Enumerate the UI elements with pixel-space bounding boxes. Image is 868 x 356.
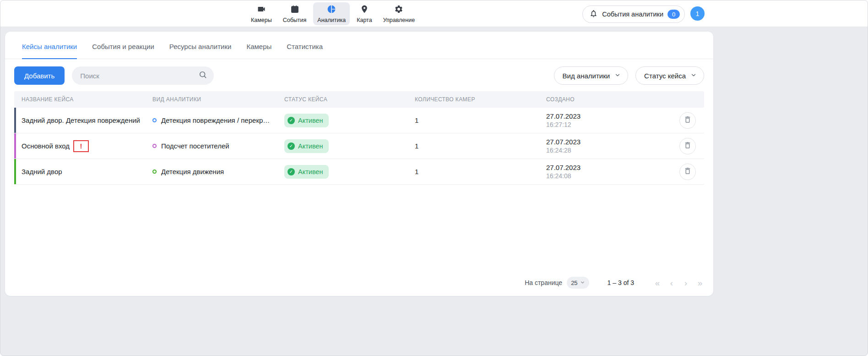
analytics-type-icon — [152, 170, 157, 174]
nav-label: Карта — [357, 17, 372, 23]
chevron-down-icon — [690, 72, 697, 80]
per-page-label: На странице — [525, 279, 562, 286]
chevron-down-icon — [580, 279, 585, 286]
delete-button[interactable] — [679, 112, 696, 129]
cameras-count: 1 — [415, 116, 418, 124]
status-label: Активен — [298, 168, 323, 175]
created-cell: 27.07.2023 16:24:28 — [539, 138, 677, 154]
analytics-events-label: События аналитики — [602, 11, 663, 18]
created-date: 27.07.2023 — [546, 138, 580, 146]
table-row[interactable]: Задний двор Детекция движения ✓ Активен … — [14, 159, 704, 185]
check-icon: ✓ — [288, 168, 295, 175]
map-pin-icon — [360, 5, 369, 16]
column-header-cameras: КОЛИЧЕСТВО КАМЕР — [407, 96, 539, 103]
table-row[interactable]: Основной вход ! Подсчет посетителей ✓ Ак… — [14, 133, 704, 159]
analytics-type-cell: Детекция движения — [145, 168, 277, 175]
add-button[interactable]: Добавить — [14, 66, 65, 85]
column-header-name: НАЗВАНИЕ КЕЙСА — [14, 96, 145, 103]
status-badge: ✓ Активен — [284, 114, 329, 127]
case-status-filter-label: Статус кейса — [644, 72, 686, 80]
check-icon: ✓ — [288, 117, 295, 124]
nav-label: События — [283, 17, 307, 23]
status-label: Активен — [298, 117, 323, 124]
trash-icon — [684, 167, 692, 176]
cameras-count: 1 — [415, 168, 418, 175]
case-name-cell: Задний двор — [14, 168, 145, 175]
last-page-icon[interactable]: » — [696, 279, 704, 287]
toolbar: Добавить Вид аналитики Статус кейса — [14, 66, 704, 85]
status-badge: ✓ Активен — [284, 165, 329, 179]
cameras-count-cell: 1 — [407, 142, 539, 150]
cameras-count: 1 — [415, 142, 418, 150]
pie-chart-icon — [327, 5, 336, 16]
row-color-stripe — [14, 108, 16, 133]
created-date: 27.07.2023 — [546, 112, 580, 120]
trash-icon — [684, 115, 692, 125]
column-header-status: СТАТУС КЕЙСА — [277, 96, 407, 103]
delete-button[interactable] — [679, 138, 696, 154]
delete-button[interactable] — [679, 164, 696, 180]
created-time: 16:24:28 — [546, 147, 571, 154]
analytics-type-filter-label: Вид аналитики — [563, 72, 610, 80]
analytics-type: Детекция движения — [161, 168, 224, 175]
main-nav: Камеры События Аналитика Карта — [247, 2, 419, 25]
analytics-type-icon — [152, 144, 157, 148]
nav-item-analytics[interactable]: Аналитика — [313, 2, 350, 25]
analytics-card: Кейсы аналитики События и реакции Ресурс… — [5, 32, 713, 296]
camera-icon — [257, 5, 266, 16]
case-name-cell: Основной вход ! — [14, 140, 145, 152]
nav-item-events[interactable]: События — [279, 2, 311, 25]
tab-statistics[interactable]: Статистика — [287, 43, 323, 59]
analytics-events-button[interactable]: События аналитики 0 — [582, 5, 685, 23]
created-time: 16:24:08 — [546, 172, 571, 180]
analytics-type-cell: Детекция повреждения / перекр… — [145, 116, 277, 124]
created-time: 16:27:12 — [546, 121, 571, 128]
created-cell: 27.07.2023 16:24:08 — [539, 164, 677, 180]
status-cell: ✓ Активен — [277, 139, 407, 153]
calendar-icon — [290, 5, 299, 16]
gear-icon — [394, 5, 403, 16]
nav-item-map[interactable]: Карта — [353, 2, 376, 25]
next-page-icon[interactable]: › — [682, 279, 690, 287]
status-cell: ✓ Активен — [277, 114, 407, 127]
previous-page-icon[interactable]: ‹ — [667, 279, 676, 287]
column-header-created: СОЗДАНО — [539, 96, 677, 103]
analytics-type-cell: Подсчет посетителей — [145, 142, 277, 150]
nav-item-cameras[interactable]: Камеры — [247, 2, 276, 25]
analytics-type: Подсчет посетителей — [161, 142, 229, 150]
tab-events-reactions[interactable]: События и реакции — [92, 43, 154, 59]
events-count-badge: 0 — [667, 10, 680, 19]
trash-icon — [684, 141, 692, 151]
pagination-range: 1 – 3 of 3 — [608, 279, 634, 286]
search-input[interactable] — [80, 72, 198, 80]
analytics-type-icon — [152, 118, 157, 122]
check-icon: ✓ — [288, 142, 295, 150]
case-status-filter[interactable]: Статус кейса — [635, 66, 704, 85]
nav-label: Аналитика — [317, 17, 346, 23]
analytics-type-filter[interactable]: Вид аналитики — [554, 66, 629, 85]
first-page-icon[interactable]: « — [653, 279, 662, 287]
actions-cell — [677, 138, 704, 154]
row-color-stripe — [14, 159, 16, 184]
case-name: Основной вход — [22, 142, 70, 150]
cases-table: НАЗВАНИЕ КЕЙСА ВИД АНАЛИТИКИ СТАТУС КЕЙС… — [14, 91, 704, 185]
per-page-value: 25 — [571, 279, 577, 286]
tab-analytics-resources[interactable]: Ресурсы аналитики — [169, 43, 232, 59]
pagination: На странице 25 1 – 3 of 3 « ‹ › » — [525, 277, 704, 289]
status-label: Активен — [298, 142, 323, 150]
status-badge: ✓ Активен — [284, 139, 329, 153]
cameras-count-cell: 1 — [407, 116, 539, 124]
search-icon — [198, 70, 207, 81]
per-page-select[interactable]: 25 — [567, 277, 589, 289]
tab-cameras[interactable]: Камеры — [246, 43, 271, 59]
status-cell: ✓ Активен — [277, 165, 407, 179]
nav-label: Камеры — [251, 17, 272, 23]
table-header: НАЗВАНИЕ КЕЙСА ВИД АНАЛИТИКИ СТАТУС КЕЙС… — [14, 91, 704, 108]
chevron-down-icon — [614, 72, 621, 80]
avatar[interactable]: 1 — [690, 6, 705, 21]
nav-item-management[interactable]: Управление — [379, 2, 419, 25]
tab-analytics-cases[interactable]: Кейсы аналитики — [22, 43, 77, 59]
table-row[interactable]: Задний двор. Детекция повреждений Детекц… — [14, 108, 704, 133]
search-box — [72, 66, 214, 85]
cameras-count-cell: 1 — [407, 168, 539, 175]
